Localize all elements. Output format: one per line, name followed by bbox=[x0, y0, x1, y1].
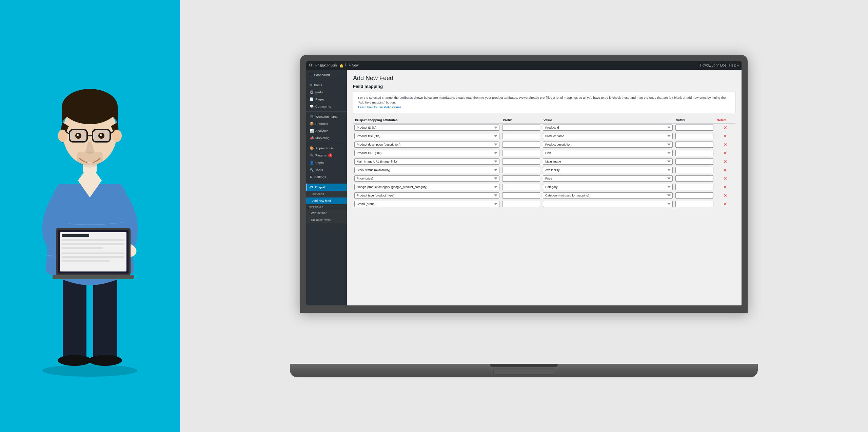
select-attribute-4[interactable]: Main image URL (image_link) bbox=[354, 158, 499, 165]
select-attribute-1[interactable]: Product title (title) bbox=[354, 133, 499, 139]
prisjakt-icon: 🏷 bbox=[310, 185, 313, 189]
sidebar-label-add-new-feed: Add new feed bbox=[312, 199, 331, 203]
select-value-7[interactable]: Category bbox=[543, 184, 673, 190]
sidebar-item-posts[interactable]: ✏ Posts bbox=[306, 81, 347, 89]
input-suffix-8[interactable] bbox=[675, 192, 713, 199]
cell-attribute-0: Product ID (id) bbox=[353, 124, 501, 132]
th-delete: Delete bbox=[715, 117, 735, 124]
sidebar-item-users[interactable]: 👤 Users bbox=[306, 159, 347, 166]
select-attribute-6[interactable]: Price (price) bbox=[354, 175, 499, 182]
select-value-3[interactable]: Link bbox=[543, 150, 673, 156]
adminbar-help[interactable]: Help ▾ bbox=[729, 63, 739, 67]
delete-btn-9[interactable]: ✕ bbox=[723, 202, 727, 206]
sidebar-label-settings: Settings bbox=[314, 175, 326, 179]
select-attribute-7[interactable]: Google product category (google_product_… bbox=[354, 184, 499, 190]
sidebar-label-products: Products bbox=[315, 122, 328, 126]
select-attribute-2[interactable]: Product description (description) bbox=[354, 142, 499, 148]
input-suffix-0[interactable] bbox=[675, 125, 713, 131]
adminbar-notifications[interactable]: 🔔 1 bbox=[339, 63, 346, 68]
sidebar-item-analytics[interactable]: 📊 Analytics bbox=[306, 127, 347, 134]
sidebar-item-tools[interactable]: 🔧 Tools bbox=[306, 166, 347, 173]
cell-value-9 bbox=[541, 200, 674, 208]
select-attribute-8[interactable]: Product type (product_type) bbox=[354, 192, 499, 199]
wp-adminbar: ⚙ Prisjakt Plugin 🔔 1 + New Howdy, John … bbox=[306, 61, 742, 70]
input-suffix-9[interactable] bbox=[675, 201, 713, 207]
sidebar-item-prisjakt[interactable]: 🏷 Prisjakt bbox=[306, 184, 347, 191]
sidebar-item-collapse-menu[interactable]: Collapse menu bbox=[306, 217, 347, 223]
input-suffix-4[interactable] bbox=[675, 158, 713, 165]
input-suffix-3[interactable] bbox=[675, 150, 713, 156]
input-prefix-6[interactable] bbox=[502, 175, 540, 182]
delete-btn-8[interactable]: ✕ bbox=[723, 193, 727, 198]
input-prefix-9[interactable] bbox=[502, 201, 540, 207]
sidebar-item-marketing[interactable]: 📣 Marketing bbox=[306, 134, 347, 142]
cell-delete-6: ✕ bbox=[715, 174, 735, 183]
cell-prefix-7 bbox=[501, 183, 541, 191]
cell-suffix-6 bbox=[674, 174, 715, 183]
mapping-tbody: Product ID (id) Product id ✕ Product tit… bbox=[353, 124, 735, 208]
input-prefix-7[interactable] bbox=[502, 184, 540, 190]
sidebar-item-dashboard[interactable]: ⊞ Dashboard bbox=[306, 71, 347, 78]
sidebar-item-woocommerce[interactable]: 🛒 WooCommerce bbox=[306, 113, 347, 120]
input-prefix-2[interactable] bbox=[502, 142, 540, 148]
sidebar-item-appearance[interactable]: 🎨 Appearance bbox=[306, 145, 347, 152]
cell-delete-2: ✕ bbox=[715, 140, 735, 149]
select-attribute-9[interactable]: Brand (brand) bbox=[354, 201, 499, 207]
input-prefix-8[interactable] bbox=[502, 192, 540, 199]
select-value-6[interactable]: Price bbox=[543, 175, 673, 182]
cell-suffix-2 bbox=[674, 140, 715, 149]
select-attribute-0[interactable]: Product ID (id) bbox=[354, 125, 499, 131]
delete-btn-0[interactable]: ✕ bbox=[723, 125, 727, 130]
input-suffix-7[interactable] bbox=[675, 184, 713, 190]
delete-btn-1[interactable]: ✕ bbox=[723, 134, 727, 138]
input-suffix-6[interactable] bbox=[675, 175, 713, 182]
delete-btn-5[interactable]: ✕ bbox=[723, 168, 727, 172]
sidebar-label-woocommerce: WooCommerce bbox=[315, 115, 338, 118]
cell-delete-4: ✕ bbox=[715, 157, 735, 166]
select-attribute-3[interactable]: Product URL (link) bbox=[354, 150, 499, 156]
sidebar-label-comments: Comments bbox=[315, 105, 331, 108]
delete-btn-6[interactable]: ✕ bbox=[723, 176, 727, 181]
select-value-8[interactable]: Category (not used for mapping) bbox=[543, 192, 673, 199]
sidebar-item-plugins[interactable]: 🔌 Plugins 1 bbox=[306, 152, 347, 159]
delete-btn-3[interactable]: ✕ bbox=[723, 151, 727, 155]
input-suffix-5[interactable] bbox=[675, 167, 713, 173]
input-prefix-5[interactable] bbox=[502, 167, 540, 173]
delete-btn-4[interactable]: ✕ bbox=[723, 159, 727, 164]
select-attribute-5[interactable]: Stock status (availability) bbox=[354, 167, 499, 173]
sidebar-item-pages[interactable]: 📄 Pages bbox=[306, 96, 347, 103]
select-value-2[interactable]: Product description bbox=[543, 142, 673, 148]
input-suffix-1[interactable] bbox=[675, 133, 713, 139]
input-prefix-0[interactable] bbox=[502, 125, 540, 131]
sidebar-item-all-feeds[interactable]: All feeds bbox=[306, 191, 347, 198]
learn-link[interactable]: Learn how to use static values bbox=[358, 105, 401, 109]
select-value-5[interactable]: Availability bbox=[543, 167, 673, 173]
cell-attribute-5: Stock status (availability) bbox=[353, 166, 501, 174]
adminbar-site-name[interactable]: Prisjakt Plugin bbox=[315, 63, 337, 67]
select-value-4[interactable]: Main image bbox=[543, 158, 673, 165]
adminbar-new[interactable]: + New bbox=[349, 63, 359, 67]
svg-rect-15 bbox=[62, 256, 124, 258]
select-value-9[interactable] bbox=[543, 201, 673, 207]
sidebar-item-media[interactable]: 🖼 Media bbox=[306, 89, 347, 96]
laptop-trackpad bbox=[493, 369, 554, 375]
select-value-0[interactable]: Product id bbox=[543, 125, 673, 131]
select-value-1[interactable]: Product name bbox=[543, 133, 673, 139]
th-suffix: Suffix bbox=[674, 117, 715, 124]
delete-btn-2[interactable]: ✕ bbox=[723, 142, 727, 147]
input-prefix-4[interactable] bbox=[502, 158, 540, 165]
input-prefix-1[interactable] bbox=[502, 133, 540, 139]
sidebar-item-add-new-feed[interactable]: Add new feed bbox=[306, 198, 347, 204]
sidebar-item-settings[interactable]: ⚙ Settings bbox=[306, 173, 347, 181]
cell-prefix-5 bbox=[501, 166, 541, 174]
svg-rect-12 bbox=[62, 243, 124, 245]
delete-btn-7[interactable]: ✕ bbox=[723, 185, 727, 189]
input-suffix-2[interactable] bbox=[675, 142, 713, 148]
sidebar-item-products[interactable]: 📦 Products bbox=[306, 120, 347, 127]
users-icon: 👤 bbox=[310, 161, 314, 165]
table-row: Brand (brand) ✕ bbox=[353, 200, 735, 208]
sidebar-item-comments[interactable]: 💬 Comments bbox=[306, 103, 347, 110]
input-prefix-3[interactable] bbox=[502, 150, 540, 156]
info-box: For the selected channel the attributes … bbox=[353, 92, 735, 114]
sidebar-item-wp-fail2ban[interactable]: WP fail2ban bbox=[306, 210, 347, 217]
